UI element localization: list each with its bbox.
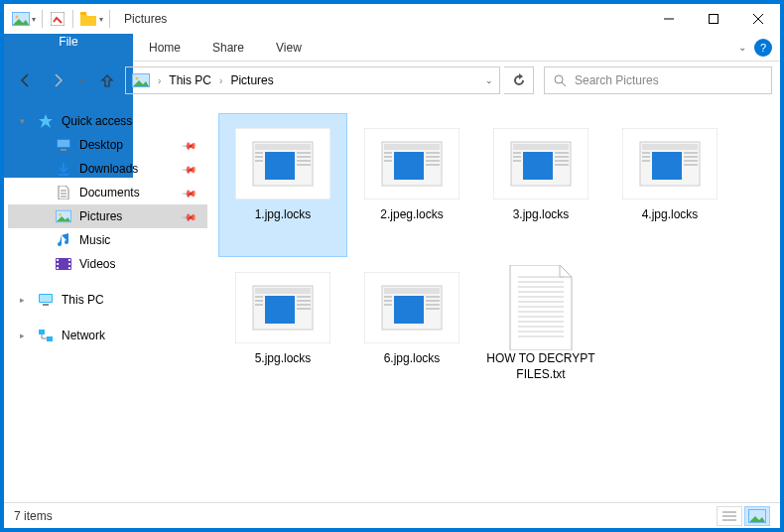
forward-button[interactable] bbox=[44, 66, 71, 94]
svg-rect-56 bbox=[384, 156, 392, 158]
svg-rect-85 bbox=[297, 300, 311, 302]
svg-rect-64 bbox=[555, 160, 569, 162]
file-name: HOW TO DECRYPT FILES.txt bbox=[483, 351, 598, 382]
svg-rect-88 bbox=[255, 296, 263, 298]
refresh-button[interactable] bbox=[504, 66, 534, 94]
svg-rect-99 bbox=[384, 296, 392, 298]
svg-rect-25 bbox=[57, 259, 59, 261]
pin-icon: 📌 bbox=[182, 137, 197, 153]
svg-rect-62 bbox=[555, 152, 569, 154]
close-button[interactable] bbox=[735, 4, 780, 34]
sidebar-network[interactable]: ▸ Network bbox=[8, 324, 207, 347]
svg-rect-100 bbox=[384, 300, 392, 302]
up-button[interactable] bbox=[93, 66, 121, 94]
svg-rect-49 bbox=[384, 144, 440, 150]
svg-rect-57 bbox=[384, 160, 392, 162]
address-bar[interactable]: › This PC › Pictures ⌄ bbox=[125, 66, 500, 94]
svg-rect-46 bbox=[255, 160, 263, 162]
svg-rect-26 bbox=[57, 263, 59, 265]
svg-rect-76 bbox=[684, 164, 698, 166]
qat-dropdown-icon[interactable]: ▾ bbox=[32, 15, 36, 24]
svg-rect-38 bbox=[255, 144, 311, 150]
chevron-down-icon[interactable]: ▾ bbox=[20, 116, 25, 126]
file-item[interactable]: 3.jpg.locks bbox=[476, 113, 605, 257]
svg-rect-63 bbox=[555, 156, 569, 158]
folder-icon[interactable] bbox=[79, 10, 97, 28]
file-thumbnail bbox=[364, 272, 459, 343]
recent-dropdown-button[interactable]: ▾ bbox=[75, 66, 89, 94]
ribbon-tab-home[interactable]: Home bbox=[133, 34, 196, 61]
file-name: 2.jpeg.locks bbox=[380, 207, 443, 223]
sidebar-item-downloads[interactable]: Downloads📌 bbox=[8, 157, 207, 181]
sidebar-item-label: Music bbox=[79, 233, 110, 247]
thumbnails-view-button[interactable] bbox=[744, 506, 770, 526]
pc-icon bbox=[38, 292, 54, 308]
file-item[interactable]: HOW TO DECRYPT FILES.txt bbox=[476, 257, 605, 401]
svg-rect-84 bbox=[297, 296, 311, 298]
ribbon-tab-view[interactable]: View bbox=[260, 34, 318, 61]
svg-rect-90 bbox=[255, 304, 263, 306]
svg-rect-34 bbox=[39, 330, 45, 334]
qat-dropdown-icon[interactable]: ▾ bbox=[99, 15, 103, 24]
svg-rect-42 bbox=[297, 160, 311, 162]
documents-icon bbox=[56, 185, 71, 200]
svg-rect-53 bbox=[426, 160, 440, 162]
explorer-icon bbox=[12, 10, 30, 28]
sidebar-quick-access[interactable]: ▾ Quick access bbox=[8, 109, 207, 133]
ribbon-tab-share[interactable]: Share bbox=[196, 34, 260, 61]
sidebar-item-videos[interactable]: Videos bbox=[8, 252, 207, 276]
svg-rect-50 bbox=[394, 152, 424, 180]
back-button[interactable] bbox=[12, 66, 40, 94]
svg-rect-45 bbox=[255, 156, 263, 158]
file-item[interactable]: 2.jpeg.locks bbox=[347, 113, 476, 257]
svg-rect-82 bbox=[255, 288, 311, 294]
file-item[interactable]: 6.jpg.locks bbox=[347, 257, 476, 401]
svg-line-13 bbox=[562, 82, 566, 86]
file-item[interactable]: 4.jpg.locks bbox=[605, 113, 734, 257]
minimize-button[interactable] bbox=[646, 4, 691, 34]
chevron-right-icon[interactable]: ▸ bbox=[20, 331, 25, 340]
help-icon[interactable]: ? bbox=[754, 39, 772, 57]
pin-icon: 📌 bbox=[182, 185, 197, 200]
properties-icon[interactable] bbox=[49, 10, 66, 28]
chevron-right-icon[interactable]: › bbox=[219, 75, 222, 86]
search-box[interactable]: Search Pictures bbox=[544, 66, 772, 94]
ribbon-expand-icon[interactable]: ⌄ bbox=[738, 42, 746, 53]
sidebar-item-desktop[interactable]: Desktop📌 bbox=[8, 133, 207, 157]
sidebar-item-pictures[interactable]: Pictures📌 bbox=[8, 204, 207, 228]
file-name: 1.jpg.locks bbox=[255, 207, 312, 223]
breadcrumb-this-pc[interactable]: This PC bbox=[169, 73, 211, 87]
file-list[interactable]: 1.jpg.locks2.jpeg.locks3.jpg.locks4.jpg.… bbox=[212, 99, 780, 502]
file-thumbnail bbox=[622, 128, 718, 200]
sidebar-item-label: Network bbox=[62, 329, 105, 342]
sidebar-this-pc[interactable]: ▸ This PC bbox=[8, 288, 207, 312]
file-thumbnail bbox=[493, 128, 588, 200]
svg-rect-83 bbox=[265, 296, 295, 324]
svg-rect-73 bbox=[684, 152, 698, 154]
file-item[interactable]: 1.jpg.locks bbox=[218, 113, 347, 257]
details-view-button[interactable] bbox=[717, 506, 742, 526]
chevron-right-icon[interactable]: ▸ bbox=[20, 295, 25, 305]
file-item[interactable]: 5.jpg.locks bbox=[218, 257, 347, 401]
sidebar-item-music[interactable]: Music bbox=[8, 228, 207, 252]
search-placeholder: Search Pictures bbox=[575, 73, 659, 87]
search-icon bbox=[553, 73, 567, 87]
maximize-button[interactable] bbox=[691, 4, 735, 34]
address-dropdown-icon[interactable]: ⌄ bbox=[485, 75, 493, 85]
statusbar: 7 items bbox=[4, 502, 780, 528]
chevron-right-icon[interactable]: › bbox=[158, 75, 161, 86]
svg-rect-61 bbox=[523, 152, 553, 180]
svg-rect-54 bbox=[426, 164, 440, 166]
svg-rect-27 bbox=[57, 267, 59, 269]
status-item-count: 7 items bbox=[14, 509, 53, 523]
pin-icon: 📌 bbox=[182, 161, 197, 177]
svg-rect-52 bbox=[426, 156, 440, 158]
svg-rect-72 bbox=[652, 152, 682, 180]
sidebar-item-documents[interactable]: Documents📌 bbox=[8, 181, 207, 204]
svg-rect-40 bbox=[297, 152, 311, 154]
svg-rect-6 bbox=[709, 15, 718, 24]
window-controls bbox=[646, 4, 780, 34]
svg-rect-98 bbox=[426, 308, 440, 310]
breadcrumb-pictures[interactable]: Pictures bbox=[230, 73, 273, 87]
content-area: ▾ Quick access Desktop📌Downloads📌Documen… bbox=[4, 99, 780, 502]
